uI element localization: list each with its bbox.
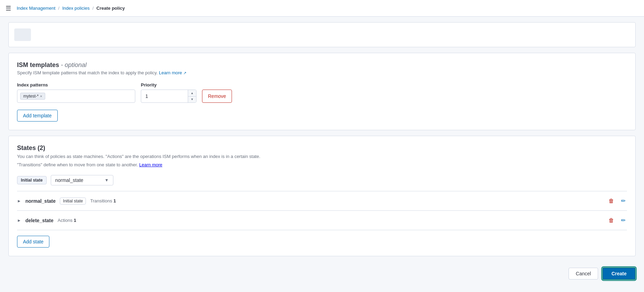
states-learn-more[interactable]: Learn more bbox=[139, 162, 162, 167]
priority-input-wrapper: ▲ ▼ bbox=[141, 90, 196, 103]
breadcrumb-sep-1: / bbox=[58, 6, 59, 11]
state-row-normal-content: ► normal_state Initial state Transitions… bbox=[17, 198, 607, 205]
priority-group: Priority ▲ ▼ bbox=[141, 82, 196, 103]
breadcrumb: Index Management / Index policies / Crea… bbox=[17, 6, 125, 11]
template-fields: Index patterns mytest-* × Priority ▲ ▼ bbox=[17, 82, 627, 103]
states-title: States (2) bbox=[17, 144, 627, 152]
index-patterns-input[interactable]: mytest-* × bbox=[17, 90, 135, 103]
priority-label: Priority bbox=[141, 82, 196, 87]
states-section: States (2) You can think of policies as … bbox=[8, 136, 636, 256]
add-state-button[interactable]: Add state bbox=[17, 236, 49, 248]
top-card-placeholder bbox=[14, 28, 31, 41]
initial-state-row: Initial state normal_state ▼ bbox=[17, 175, 627, 185]
ism-templates-section: ISM templates - optional Specify ISM tem… bbox=[8, 53, 636, 130]
state-normal-meta-count: 1 bbox=[113, 198, 116, 203]
state-delete-meta: Actions 1 bbox=[58, 218, 77, 223]
ism-templates-optional: - optional bbox=[61, 61, 87, 68]
cancel-button[interactable]: Cancel bbox=[569, 268, 598, 280]
collapsed-top-card bbox=[8, 22, 636, 47]
initial-state-dropdown[interactable]: normal_state ▼ bbox=[51, 175, 113, 185]
menu-icon[interactable]: ☰ bbox=[6, 5, 11, 12]
state-delete-edit-button[interactable]: ✏ bbox=[620, 216, 627, 225]
state-normal-badge: Initial state bbox=[60, 198, 86, 205]
states-desc-1: You can think of policies as state machi… bbox=[17, 153, 627, 160]
index-pattern-tag-value: mytest-* bbox=[23, 94, 39, 99]
priority-spinner: ▲ ▼ bbox=[188, 90, 196, 102]
state-delete-meta-count: 1 bbox=[74, 218, 76, 223]
footer-actions: Cancel Create bbox=[0, 262, 644, 285]
state-normal-edit-button[interactable]: ✏ bbox=[620, 196, 627, 206]
ism-templates-subtitle: Specify ISM template patterns that match… bbox=[17, 70, 627, 75]
state-delete-delete-button[interactable]: 🗑 bbox=[607, 216, 615, 225]
create-button[interactable]: Create bbox=[602, 267, 636, 280]
state-delete-expand-icon[interactable]: ► bbox=[17, 218, 21, 223]
state-row-delete-content: ► delete_state Actions 1 bbox=[17, 218, 607, 223]
breadcrumb-index-policies[interactable]: Index policies bbox=[62, 6, 90, 11]
initial-state-value: normal_state bbox=[55, 177, 83, 183]
index-patterns-label: Index patterns bbox=[17, 82, 135, 87]
state-normal-name: normal_state bbox=[25, 198, 56, 204]
index-patterns-group: Index patterns mytest-* × bbox=[17, 82, 135, 103]
state-normal-expand-icon[interactable]: ► bbox=[17, 199, 21, 203]
breadcrumb-index-management[interactable]: Index Management bbox=[17, 6, 55, 11]
state-delete-name: delete_state bbox=[25, 218, 54, 223]
ism-templates-title: ISM templates - optional bbox=[17, 61, 627, 69]
initial-state-badge: Initial state bbox=[17, 176, 47, 184]
state-normal-actions: 🗑 ✏ bbox=[607, 196, 627, 206]
top-nav: ☰ Index Management / Index policies / Cr… bbox=[0, 0, 644, 17]
priority-increment[interactable]: ▲ bbox=[188, 90, 196, 97]
index-pattern-tag-close[interactable]: × bbox=[40, 94, 42, 98]
state-row-delete: ► delete_state Actions 1 🗑 ✏ bbox=[17, 211, 627, 230]
ism-templates-learn-more[interactable]: Learn more bbox=[159, 70, 186, 75]
states-desc-2: "Transitions" define when to move from o… bbox=[17, 161, 627, 168]
breadcrumb-current: Create policy bbox=[96, 6, 125, 11]
breadcrumb-sep-2: / bbox=[92, 6, 94, 11]
state-normal-meta: Transitions 1 bbox=[90, 198, 116, 203]
state-delete-actions: 🗑 ✏ bbox=[607, 216, 627, 225]
index-pattern-tag: mytest-* × bbox=[20, 93, 45, 100]
state-normal-delete-button[interactable]: 🗑 bbox=[607, 197, 615, 206]
chevron-down-icon: ▼ bbox=[105, 178, 109, 183]
add-template-button[interactable]: Add template bbox=[17, 110, 58, 122]
remove-template-button[interactable]: Remove bbox=[202, 90, 232, 103]
add-state-row: Add state bbox=[17, 230, 627, 248]
priority-decrement[interactable]: ▼ bbox=[188, 97, 196, 103]
state-row-normal: ► normal_state Initial state Transitions… bbox=[17, 191, 627, 211]
